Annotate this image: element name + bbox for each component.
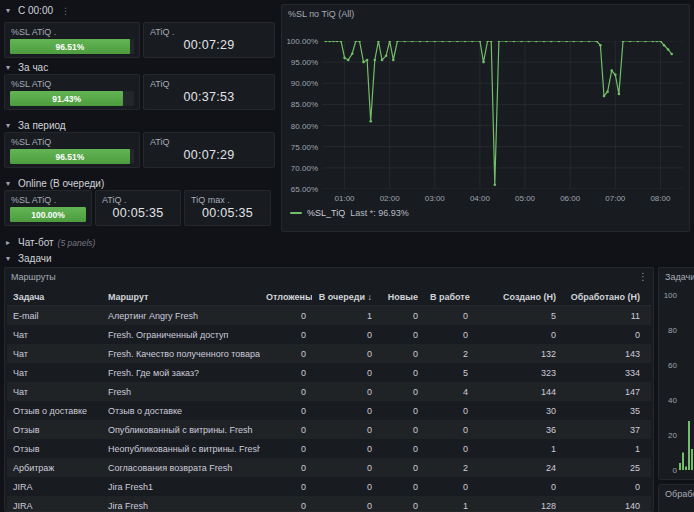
value-cell: 0	[424, 425, 474, 435]
panel-title[interactable]: %SL по TiQ (All)	[282, 5, 689, 19]
row-header-day[interactable]: ▾ С 00:00 ⋮	[6, 5, 70, 16]
stat-value: 00:07:29	[144, 38, 274, 52]
gauge-value: 96.51%	[55, 42, 84, 52]
value-cell: 2	[424, 463, 474, 473]
panel-tiq-max-online: TiQ max . 00:05:35	[184, 190, 271, 226]
y-tick-label: 20	[661, 431, 677, 440]
x-tick-label: 02:00	[375, 194, 405, 203]
panel-menu-icon[interactable]: ⋮	[638, 271, 648, 282]
column-header-3[interactable]: Отложены	[260, 292, 312, 302]
value-cell: 0	[424, 406, 474, 416]
value-cell: 0	[260, 406, 312, 416]
value-cell: 128	[474, 501, 562, 511]
panel-title[interactable]: %SL ATiQ .	[5, 23, 139, 37]
y-tick-label: 85.00%	[282, 100, 318, 109]
column-header-5[interactable]: Новые	[378, 292, 424, 302]
panel-atiq-day: ATiQ . 00:07:29	[143, 22, 275, 58]
value-cell: 0	[312, 463, 378, 473]
panel-processing: Обработка	[658, 484, 694, 512]
value-cell: 4	[424, 387, 474, 397]
panel-title[interactable]: %SL ATiQ	[5, 133, 139, 147]
panel-title[interactable]: TiQ max .	[185, 191, 270, 205]
column-header-4[interactable]: В очереди ↓	[312, 292, 378, 302]
value-cell: 37	[562, 425, 646, 435]
row-panel-count: (5 panels)	[58, 238, 96, 248]
value-cell: 35	[562, 406, 646, 416]
panel-tasks-all-chart: Задачи (All) 100806040200	[658, 267, 694, 480]
panel-title[interactable]: %SL ATiQ .	[5, 191, 91, 205]
bar-chart[interactable]	[679, 295, 694, 470]
row-header-chatbot[interactable]: ▸ Чат-бот (5 panels)	[6, 237, 95, 248]
chevron-down-icon: ▾	[6, 179, 14, 188]
task-cell: Чат	[7, 387, 102, 397]
panel-atiq-hour: ATiQ 00:37:53	[143, 74, 275, 110]
panel-title[interactable]: ATiQ	[144, 133, 274, 147]
y-tick-label: 65.00%	[282, 185, 318, 194]
panel-title[interactable]: ATiQ .	[96, 191, 180, 205]
route-cell: Отзыв о доставке	[102, 406, 260, 416]
value-cell: 0	[424, 330, 474, 340]
panel-title[interactable]: %SL ATiQ	[5, 75, 139, 89]
value-cell: 0	[312, 387, 378, 397]
y-tick-label: 0	[661, 466, 677, 475]
panel-title[interactable]: ATiQ	[144, 75, 274, 89]
bar-gauge: 100.00%	[10, 207, 86, 222]
value-cell: 1	[474, 444, 562, 454]
column-header-1[interactable]: Задача	[7, 292, 102, 302]
column-header-6[interactable]: В работе	[424, 292, 474, 302]
row-title: За период	[18, 120, 66, 131]
task-cell: JIRA	[7, 482, 102, 492]
value-cell: 0	[312, 349, 378, 359]
column-header-7[interactable]: Создано (Н)	[474, 292, 562, 302]
value-cell: 0	[378, 406, 424, 416]
bar-gauge: 96.51%	[10, 39, 134, 54]
row-header-online[interactable]: ▾ Online (В очереди)	[6, 178, 104, 189]
route-cell: Fresh	[102, 387, 260, 397]
column-header-2[interactable]: Маршрут	[102, 292, 260, 302]
route-cell: Jira Fresh	[102, 501, 260, 511]
row-menu-icon[interactable]: ⋮	[61, 6, 70, 16]
task-cell: Чат	[7, 349, 102, 359]
sl-chart-plot-area[interactable]	[322, 41, 683, 193]
task-cell: Отзыв	[7, 444, 102, 454]
task-cell: Отзыв	[7, 425, 102, 435]
value-cell: 1	[562, 444, 646, 454]
panel-sl-atiq-hour: %SL ATiQ 91.43%	[4, 74, 140, 110]
row-header-tasks[interactable]: ▾ Задачи	[6, 253, 52, 264]
value-cell: 140	[562, 501, 646, 511]
row-header-period[interactable]: ▾ За период	[6, 120, 66, 131]
panel-title[interactable]: Задачи (All)	[659, 268, 694, 282]
gauge-value: 91.43%	[52, 94, 81, 104]
value-cell: 0	[424, 482, 474, 492]
value-cell: 323	[474, 368, 562, 378]
value-cell: 0	[260, 311, 312, 321]
value-cell: 5	[474, 311, 562, 321]
panel-title[interactable]: Обработка	[659, 485, 694, 499]
panel-title[interactable]: ATiQ .	[144, 23, 274, 37]
table-body: E-mailАлертинг Angry Fresh0100511ЧатFres…	[7, 306, 651, 511]
value-cell: 0	[378, 482, 424, 492]
value-cell: 0	[424, 444, 474, 454]
legend-last-number: 96.93%	[378, 208, 409, 218]
bar-gauge: 96.51%	[10, 149, 134, 164]
y-tick-label: 75.00%	[282, 143, 318, 152]
value-cell: 0	[474, 482, 562, 492]
task-cell: Арбитраж	[7, 463, 102, 473]
route-cell: Fresh. Ограниченный доступ	[102, 330, 260, 340]
panel-title[interactable]: Маршруты	[5, 268, 653, 282]
value-cell: 0	[474, 330, 562, 340]
value-cell: 1	[312, 311, 378, 321]
gauge-value: 96.51%	[55, 152, 84, 162]
value-cell: 30	[474, 406, 562, 416]
row-title: Online (В очереди)	[18, 178, 104, 189]
panel-atiq-period: ATiQ 00:07:29	[143, 132, 275, 168]
value-cell: 0	[562, 482, 646, 492]
legend-series-name[interactable]: %SL_TiQ	[307, 208, 345, 218]
table-header-row: ЗадачаМаршрутОтложеныВ очереди ↓НовыеВ р…	[7, 288, 651, 306]
column-header-8[interactable]: Обработано (Н)	[562, 292, 646, 302]
panel-atiq-online: ATiQ . 00:05:35	[95, 190, 181, 226]
task-cell: Чат	[7, 368, 102, 378]
row-header-hour[interactable]: ▾ За час	[6, 62, 48, 73]
route-cell: Fresh. Качество полученного товара	[102, 349, 260, 359]
value-cell: 0	[312, 482, 378, 492]
